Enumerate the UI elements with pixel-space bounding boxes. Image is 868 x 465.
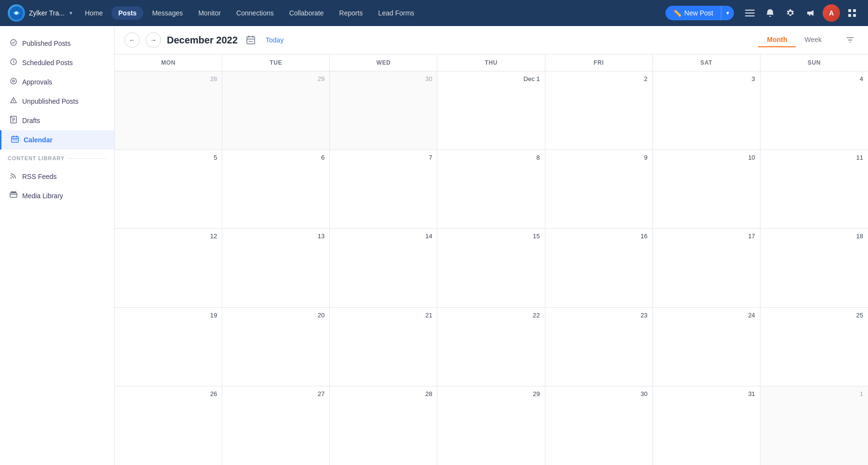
nav-connections[interactable]: Connections bbox=[230, 6, 281, 20]
calendar-cell[interactable]: 10 bbox=[653, 150, 760, 228]
calendar-cell[interactable]: 17 bbox=[653, 229, 760, 307]
cell-date-number: 29 bbox=[227, 75, 325, 82]
notifications-icon[interactable] bbox=[762, 5, 778, 21]
user-avatar[interactable]: A bbox=[823, 4, 840, 22]
month-view-button[interactable]: Month bbox=[758, 33, 796, 47]
nav-collaborate[interactable]: Collaborate bbox=[283, 6, 331, 20]
calendar-cell[interactable]: 22 bbox=[437, 308, 545, 386]
nav-messages[interactable]: Messages bbox=[145, 6, 190, 20]
calendar-cell[interactable]: 29 bbox=[437, 386, 545, 465]
calendar-cell[interactable]: 31 bbox=[653, 386, 760, 465]
sidebar-item-published-posts[interactable]: Published Posts bbox=[0, 34, 114, 53]
cell-date-number: Dec 1 bbox=[442, 75, 540, 82]
calendar-cell[interactable]: 24 bbox=[653, 308, 760, 386]
cell-date-number: 17 bbox=[658, 232, 755, 240]
calendar-cell[interactable]: 16 bbox=[545, 229, 653, 307]
day-label-wed: WED bbox=[330, 55, 437, 71]
cell-date-number: 14 bbox=[335, 232, 432, 240]
calendar-cell[interactable]: 6 bbox=[222, 150, 330, 228]
calendar-cell[interactable]: 27 bbox=[222, 386, 330, 465]
calendar-cell[interactable]: Dec 1 bbox=[437, 71, 545, 150]
calendar-cell[interactable]: 5 bbox=[115, 150, 222, 228]
calendar-cell[interactable]: 26 bbox=[115, 386, 222, 465]
calendar-cell[interactable]: 2 bbox=[545, 71, 653, 150]
nav-home[interactable]: Home bbox=[78, 6, 109, 20]
svg-rect-3 bbox=[745, 13, 755, 14]
cell-date-number: 27 bbox=[227, 390, 325, 397]
calendar-cell[interactable]: 28 bbox=[330, 386, 437, 465]
sidebar-item-approvals[interactable]: Approvals bbox=[0, 72, 114, 92]
calendar-icon bbox=[11, 135, 19, 145]
new-post-button[interactable]: ✏️ New Post ▾ bbox=[665, 6, 734, 20]
nav-reports[interactable]: Reports bbox=[332, 6, 369, 20]
sidebar-item-scheduled-posts[interactable]: Scheduled Posts bbox=[0, 53, 114, 72]
nav-posts[interactable]: Posts bbox=[111, 6, 143, 20]
calendar-picker-icon[interactable] bbox=[244, 33, 258, 47]
filter-icon[interactable] bbox=[842, 32, 858, 48]
calendar-cell[interactable]: 12 bbox=[115, 229, 222, 307]
sidebar-item-rss-feeds[interactable]: RSS Feeds bbox=[0, 167, 114, 186]
cell-date-number: 10 bbox=[658, 154, 755, 161]
edit-icon: ✏️ bbox=[673, 9, 681, 17]
calendar-month-title: December 2022 bbox=[167, 35, 238, 46]
calendar-cell[interactable]: 29 bbox=[222, 71, 330, 150]
cell-date-number: 2 bbox=[550, 75, 648, 82]
calendar-cell[interactable]: 20 bbox=[222, 308, 330, 386]
cell-date-number: 15 bbox=[442, 232, 540, 240]
calendar-cell[interactable]: 8 bbox=[437, 150, 545, 228]
day-label-sat: SAT bbox=[653, 55, 760, 71]
svg-point-19 bbox=[11, 178, 12, 178]
new-post-dropdown-icon[interactable]: ▾ bbox=[721, 6, 734, 20]
cell-date-number: 6 bbox=[227, 154, 325, 161]
sidebar-item-unpublished-posts[interactable]: Unpublished Posts bbox=[0, 92, 114, 111]
megaphone-icon[interactable] bbox=[802, 5, 819, 21]
calendar-cell[interactable]: 3 bbox=[653, 71, 760, 150]
cell-date-number: 28 bbox=[120, 75, 217, 82]
svg-rect-21 bbox=[11, 192, 16, 193]
calendar-cell[interactable]: 15 bbox=[437, 229, 545, 307]
media-library-icon bbox=[10, 191, 17, 201]
calendar-cell[interactable]: 19 bbox=[115, 308, 222, 386]
calendar-cell[interactable]: 13 bbox=[222, 229, 330, 307]
calendar-cell[interactable]: 23 bbox=[545, 308, 653, 386]
prev-month-button[interactable]: ← bbox=[124, 32, 140, 48]
calendar-cell[interactable]: 30 bbox=[545, 386, 653, 465]
sidebar-item-media-library[interactable]: Media Library bbox=[0, 186, 114, 205]
apps-grid-icon[interactable] bbox=[844, 5, 860, 21]
nav-monitor[interactable]: Monitor bbox=[191, 6, 228, 20]
content-library-header: CONTENT LIBRARY bbox=[8, 155, 107, 161]
hamburger-menu-icon[interactable] bbox=[742, 5, 758, 21]
calendar-cell[interactable]: 30 bbox=[330, 71, 437, 150]
calendar-cell[interactable]: 1 bbox=[760, 386, 868, 465]
drafts-icon bbox=[10, 116, 17, 125]
calendar-cell[interactable]: 21 bbox=[330, 308, 437, 386]
calendar-cell[interactable]: 11 bbox=[760, 150, 868, 228]
nav-lead-forms[interactable]: Lead Forms bbox=[371, 6, 421, 20]
calendar-cell[interactable]: 4 bbox=[760, 71, 868, 150]
cell-date-number: 7 bbox=[335, 154, 432, 161]
calendar-cell[interactable]: 9 bbox=[545, 150, 653, 228]
cell-date-number: 24 bbox=[658, 312, 755, 319]
settings-icon[interactable] bbox=[782, 5, 799, 21]
cell-date-number: 20 bbox=[227, 312, 325, 319]
app-logo[interactable]: Zylker Tra... ▾ bbox=[8, 4, 72, 22]
cell-date-number: 5 bbox=[120, 154, 217, 161]
calendar-cell[interactable]: 14 bbox=[330, 229, 437, 307]
svg-point-1 bbox=[15, 12, 18, 14]
cell-date-number: 30 bbox=[550, 390, 648, 397]
svg-point-12 bbox=[13, 80, 14, 82]
calendar-cell[interactable]: 7 bbox=[330, 150, 437, 228]
calendar-cell[interactable]: 25 bbox=[760, 308, 868, 386]
calendar-cell[interactable]: 28 bbox=[115, 71, 222, 150]
calendar-grid: MON TUE WED THU FRI SAT SUN 282930Dec 12… bbox=[115, 55, 868, 465]
calendar-week-2: 567891011 bbox=[115, 150, 868, 229]
week-view-button[interactable]: Week bbox=[796, 33, 830, 47]
cell-date-number: 26 bbox=[120, 390, 217, 397]
cell-date-number: 19 bbox=[120, 312, 217, 319]
sidebar-item-drafts[interactable]: Drafts bbox=[0, 111, 114, 130]
calendar-body: 282930Dec 123456789101112131415161718192… bbox=[115, 71, 868, 465]
next-month-button[interactable]: → bbox=[146, 32, 161, 48]
today-link[interactable]: Today bbox=[266, 36, 284, 44]
calendar-cell[interactable]: 18 bbox=[760, 229, 868, 307]
sidebar-item-calendar[interactable]: Calendar bbox=[0, 130, 114, 150]
